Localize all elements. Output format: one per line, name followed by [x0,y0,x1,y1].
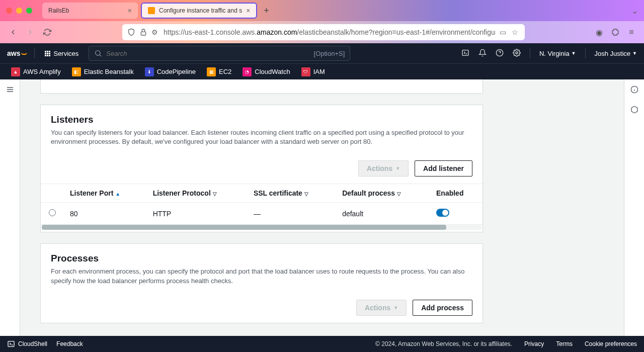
reload-button[interactable] [42,27,52,37]
notifications-icon[interactable] [478,49,487,58]
listeners-actions-button[interactable]: Actions ▼ [358,160,409,177]
service-link-iam[interactable]: 🛡 IAM [297,65,329,78]
aws-favicon-icon [148,7,155,14]
aws-footer: CloudShell Feedback © 2024, Amazon Web S… [0,336,644,352]
privacy-link[interactable]: Privacy [524,340,544,347]
lock-icon[interactable] [139,28,147,36]
service-link-ec2[interactable]: ▦ EC2 [203,65,235,78]
close-window[interactable] [6,8,12,14]
col-enabled[interactable]: Enabled [430,184,482,203]
search-icon [94,49,102,57]
listeners-description: You can specify listeners for your load … [51,128,472,146]
service-link-elastic-beanstalk[interactable]: ◧ Elastic Beanstalk [68,65,138,78]
tab-title: RailsEb [48,7,69,14]
grid-icon [45,51,50,56]
sort-icon: ▽ [213,191,217,197]
add-listener-button[interactable]: Add listener [415,160,472,177]
window-controls [6,8,32,14]
elastic-beanstalk-icon: ◧ [72,67,81,76]
back-button[interactable] [8,27,18,37]
cell-enabled [430,203,482,225]
service-link-cloudwatch[interactable]: ◔ CloudWatch [238,65,294,78]
horizontal-scrollbar[interactable] [42,225,481,230]
region-selector[interactable]: N. Virginia ▼ [539,50,576,57]
caret-down-icon: ▼ [395,166,400,171]
col-listener-protocol[interactable]: Listener Protocol▽ [147,184,248,203]
hamburger-icon[interactable] [6,85,14,336]
user-menu[interactable]: Josh Justice ▼ [595,50,637,57]
svg-point-1 [96,51,100,55]
feedback-link[interactable]: Feedback [56,340,83,347]
caret-down-icon: ▼ [632,51,637,56]
caret-down-icon: ▼ [572,51,576,56]
service-link-amplify[interactable]: ▲ AWS Amplify [7,65,65,78]
menu-icon[interactable]: ≡ [627,28,636,37]
cloudwatch-icon: ◔ [243,67,252,76]
help-icon[interactable] [496,49,504,58]
global-search[interactable]: [Option+S] [89,46,350,61]
table-row: 80 HTTP — default [41,203,482,225]
listeners-table-wrap: Listener Port▲ Listener Protocol▽ SSL ce… [41,184,482,232]
maximize-window[interactable] [26,8,32,14]
codepipeline-icon: ⬇ [145,67,154,76]
sort-icon: ▽ [304,191,308,197]
new-tab-button[interactable]: + [260,5,272,17]
tab-title: Configure instance traffic and s [159,7,242,14]
browser-tab-railseb[interactable]: RailsEb × [42,3,138,19]
enabled-toggle[interactable] [436,209,449,217]
url-text: https://us-east-1.console.aws.amazon.com… [164,28,496,36]
cell-port: 80 [64,203,147,225]
svg-point-4 [516,52,518,54]
close-tab-icon[interactable]: × [128,7,132,15]
bookmark-icon[interactable]: ☆ [512,28,520,36]
tab-list-icon[interactable]: ⌄ [631,6,638,16]
close-tab-icon[interactable]: × [246,7,250,15]
browser-chrome: RailsEb × Configure instance traffic and… [0,0,644,43]
amplify-icon: ▲ [11,67,20,76]
right-help-rail [624,79,644,336]
browser-tab-configure[interactable]: Configure instance traffic and s × [141,3,257,19]
extensions-icon[interactable] [611,28,620,37]
cloudshell-icon[interactable] [461,49,469,58]
account-icon[interactable]: ◉ [595,28,604,37]
caret-down-icon: ▼ [393,305,398,310]
col-ssl-certificate[interactable]: SSL certificate▽ [248,184,336,203]
listeners-panel: Listeners You can specify listeners for … [40,105,483,232]
aws-logo[interactable]: aws ⌣ [7,49,27,57]
search-shortcut: [Option+S] [314,50,345,57]
minimize-window[interactable] [16,8,22,14]
processes-title: Processes [51,253,472,264]
cloudshell-link[interactable]: CloudShell [7,340,47,348]
iam-icon: 🛡 [301,67,310,76]
processes-description: For each environment process, you can sp… [51,267,472,285]
listeners-table: Listener Port▲ Listener Protocol▽ SSL ce… [41,184,482,225]
hexagon-icon[interactable] [630,106,638,116]
terms-link[interactable]: Terms [556,340,573,347]
service-link-codepipeline[interactable]: ⬇ CodePipeline [141,65,200,78]
forward-button[interactable] [25,27,35,37]
cloudshell-icon [7,340,15,348]
processes-actions-button[interactable]: Actions ▼ [356,300,407,316]
sort-icon: ▽ [397,191,401,197]
add-process-button[interactable]: Add process [413,300,472,316]
search-input[interactable] [106,50,309,57]
reader-icon[interactable]: ▭ [500,28,508,36]
service-shortcuts-bar: ▲ AWS Amplify ◧ Elastic Beanstalk ⬇ Code… [0,63,644,79]
aws-header: aws ⌣ Services [Option+S] N. Virginia [0,43,644,63]
settings-icon[interactable] [513,49,521,58]
permissions-icon[interactable]: ⚙ [151,28,159,36]
previous-panel-stub [40,79,483,94]
address-bar[interactable]: ⚙ https://us-east-1.console.aws.amazon.c… [122,24,525,40]
row-radio[interactable] [49,209,56,216]
info-icon[interactable] [630,85,638,96]
main-content: Listeners You can specify listeners for … [20,79,624,336]
col-default-process[interactable]: Default process▽ [336,184,430,203]
shield-icon[interactable] [127,28,135,36]
sort-asc-icon: ▲ [115,191,120,197]
processes-panel: Processes For each environment process, … [40,243,483,323]
cookie-preferences-link[interactable]: Cookie preferences [585,340,637,347]
services-menu[interactable]: Services [42,50,82,57]
cell-process: default [336,203,430,225]
col-listener-port[interactable]: Listener Port▲ [64,184,147,203]
copyright-text: © 2024, Amazon Web Services, Inc. or its… [375,340,512,347]
